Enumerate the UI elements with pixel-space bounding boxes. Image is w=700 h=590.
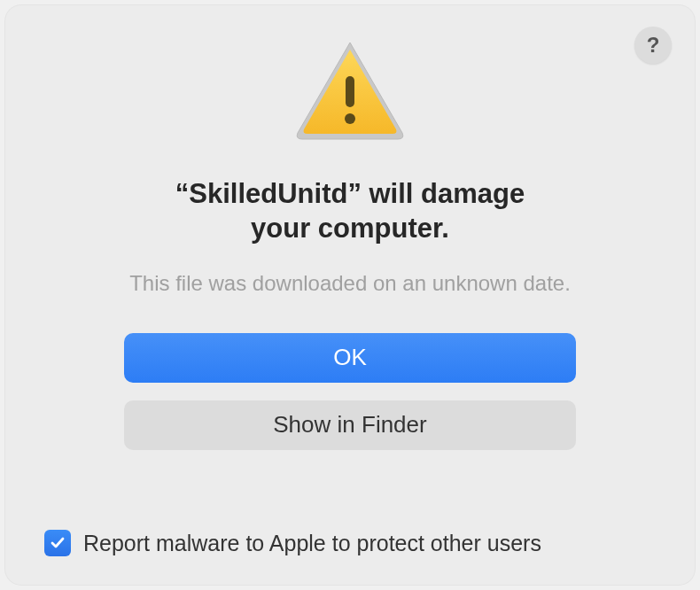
button-group: OK Show in Finder bbox=[124, 333, 576, 450]
show-in-finder-label: Show in Finder bbox=[273, 411, 426, 439]
ok-button[interactable]: OK bbox=[124, 333, 576, 383]
help-icon: ? bbox=[647, 33, 660, 58]
warning-icon bbox=[292, 37, 408, 144]
show-in-finder-button[interactable]: Show in Finder bbox=[124, 400, 576, 450]
title-line-2: your computer. bbox=[175, 212, 525, 246]
help-button[interactable]: ? bbox=[634, 27, 672, 64]
checkmark-icon bbox=[49, 534, 66, 552]
dialog-title: “SkilledUnitd” will damage your computer… bbox=[175, 177, 525, 246]
report-checkbox[interactable] bbox=[44, 530, 71, 556]
ok-button-label: OK bbox=[333, 344, 367, 371]
dialog-subtitle: This file was downloaded on an unknown d… bbox=[129, 271, 571, 296]
svg-point-1 bbox=[345, 113, 355, 124]
title-line-1: “SkilledUnitd” will damage bbox=[175, 177, 525, 212]
report-checkbox-label: Report malware to Apple to protect other… bbox=[83, 531, 541, 556]
report-checkbox-row: Report malware to Apple to protect other… bbox=[44, 530, 541, 556]
svg-rect-0 bbox=[346, 76, 354, 107]
malware-warning-dialog: ? “SkilledUnitd” will damage your comput… bbox=[5, 5, 695, 585]
